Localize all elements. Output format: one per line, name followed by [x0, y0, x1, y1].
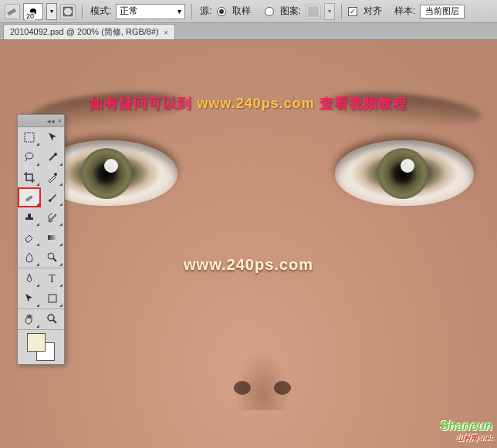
- svg-point-4: [25, 153, 33, 159]
- document-tab-bar: 20104092.psd @ 200% (简修, RGB/8#) ×: [0, 23, 497, 40]
- mode-value: 正常: [120, 5, 138, 18]
- image-detail: [335, 140, 474, 206]
- mode-select[interactable]: 正常: [116, 4, 185, 19]
- brush-size-value: 20: [25, 12, 35, 20]
- tools-grid: [18, 127, 64, 268]
- sample-label: 样本:: [394, 5, 415, 18]
- clone-stamp-tool[interactable]: [18, 207, 41, 227]
- image-detail: [220, 256, 305, 410]
- align-label: 对齐: [363, 5, 382, 18]
- svg-rect-13: [49, 295, 56, 302]
- pen-tool[interactable]: [18, 268, 41, 288]
- svg-point-11: [48, 253, 54, 259]
- svg-rect-7: [25, 195, 33, 202]
- mode-label: 模式:: [90, 5, 111, 18]
- options-bar: 20 ▾ 模式: 正常 源: 取样 图案: ▾ 对齐 样本: 当前图层: [0, 0, 497, 23]
- blur-tool[interactable]: [18, 248, 41, 268]
- separator: [82, 4, 83, 19]
- type-tool[interactable]: T: [41, 268, 64, 288]
- tab-close-button[interactable]: ×: [164, 28, 168, 37]
- svg-rect-9: [28, 214, 31, 218]
- brush-dropdown[interactable]: ▾: [46, 3, 57, 20]
- tools-panel: ◂◂ × T: [17, 114, 65, 365]
- align-checkbox[interactable]: [348, 7, 357, 16]
- healing-brush-tool[interactable]: [18, 187, 41, 207]
- source-pattern-radio[interactable]: [265, 7, 274, 16]
- lasso-tool[interactable]: [18, 147, 41, 167]
- color-swatches: [18, 330, 64, 364]
- foreground-color-swatch[interactable]: [27, 333, 46, 352]
- overlay-text-b: 查看视频教程: [320, 96, 407, 111]
- separator: [191, 4, 192, 19]
- path-selection-tool[interactable]: [18, 288, 41, 308]
- tool-preset-icon[interactable]: [5, 4, 20, 19]
- magic-wand-tool[interactable]: [41, 147, 64, 167]
- svg-rect-2: [308, 6, 319, 17]
- pattern-picker: [306, 4, 321, 19]
- svg-point-5: [54, 153, 57, 156]
- pattern-dropdown: ▾: [324, 3, 335, 20]
- sample-value: 当前图层: [425, 5, 459, 17]
- tools-grid-3: [18, 309, 64, 329]
- source-label: 源:: [200, 5, 211, 18]
- source-sample-label: 取样: [232, 5, 251, 18]
- svg-rect-3: [25, 133, 34, 142]
- svg-point-6: [54, 173, 57, 176]
- marquee-tool[interactable]: [18, 127, 41, 147]
- brush-panel-toggle-icon[interactable]: [60, 4, 76, 19]
- dodge-tool[interactable]: [41, 248, 64, 268]
- tab-title: 20104092.psd @ 200% (简修, RGB/8#): [10, 26, 159, 38]
- sample-select[interactable]: 当前图层: [420, 5, 465, 19]
- shape-tool[interactable]: [41, 288, 64, 308]
- brush-tool[interactable]: [41, 187, 64, 207]
- document-tab[interactable]: 20104092.psd @ 200% (简修, RGB/8#) ×: [3, 24, 175, 39]
- overlay-caption: 如有疑问可以到 www.240ps.com 查看视频教程: [0, 94, 497, 113]
- overlay-link: www.240ps.com: [197, 96, 314, 111]
- site-watermark: Shancun: [440, 419, 492, 443]
- svg-point-14: [48, 315, 54, 321]
- crop-tool[interactable]: [18, 167, 41, 187]
- canvas[interactable]: 如有疑问可以到 www.240ps.com 查看视频教程 www.240ps.c…: [0, 40, 497, 448]
- gradient-tool[interactable]: [41, 227, 64, 248]
- source-sample-radio[interactable]: [217, 7, 226, 16]
- separator: [341, 4, 342, 19]
- svg-point-1: [63, 7, 72, 15]
- move-tool[interactable]: [41, 127, 64, 147]
- collapse-icon[interactable]: ◂◂: [47, 117, 55, 125]
- eraser-tool[interactable]: [18, 227, 41, 248]
- history-brush-tool[interactable]: [41, 207, 64, 227]
- eyedropper-tool[interactable]: [41, 167, 64, 187]
- close-icon[interactable]: ×: [58, 117, 62, 125]
- overlay-text-a: 如有疑问可以到: [90, 96, 192, 111]
- tools-panel-header[interactable]: ◂◂ ×: [18, 115, 64, 127]
- source-pattern-label: 图案:: [280, 5, 301, 18]
- tools-grid-2: T: [18, 268, 64, 308]
- overlay-watermark-url: www.240ps.com: [0, 256, 497, 274]
- brush-preview[interactable]: 20: [23, 3, 43, 20]
- zoom-tool[interactable]: [41, 309, 64, 329]
- svg-rect-0: [7, 8, 16, 15]
- svg-rect-10: [48, 235, 57, 240]
- hand-tool[interactable]: [18, 309, 41, 329]
- svg-text:T: T: [49, 273, 56, 285]
